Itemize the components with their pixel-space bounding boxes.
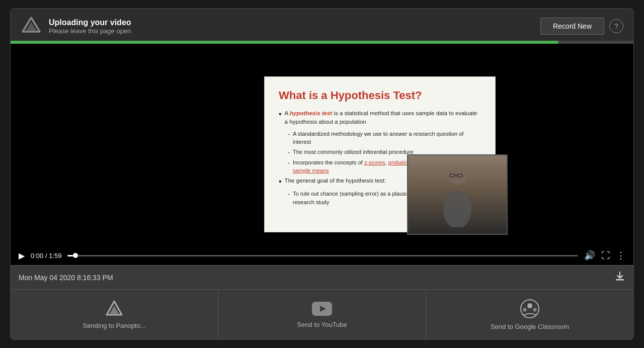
uploading-title: Uploading your video	[49, 18, 533, 27]
app-window: Uploading your video Please leave this p…	[10, 8, 634, 340]
video-container: What is a Hypothesis Test? • A hypothesi…	[11, 44, 633, 265]
google-classroom-label: Send to Google Classroom	[491, 323, 569, 330]
fullscreen-icon[interactable]: ⛶	[601, 250, 610, 261]
slide-bullet-2-text: The general goal of the hypothesis test:	[285, 177, 386, 187]
svg-point-13	[527, 303, 532, 308]
share-bar: Sending to Panopto... Send to YouTube Se…	[11, 289, 633, 339]
slide-sub-1: ‑ A standardized methodology we use to a…	[288, 130, 481, 146]
link-zscores: z-scores	[364, 159, 385, 165]
header-actions: Record New ?	[540, 18, 623, 35]
header: Uploading your video Please leave this p…	[11, 9, 633, 44]
svg-point-14	[523, 308, 527, 312]
svg-point-15	[533, 308, 537, 312]
webcam-overlay	[407, 154, 508, 235]
sub-bullet-dot-4: ‑	[288, 190, 290, 206]
webcam-person	[408, 155, 507, 234]
slide-bullet-main-1: • A hypothesis test is a statistical met…	[279, 109, 481, 127]
bullet-dot-1: •	[279, 109, 282, 127]
video-controls: ▶ 0:00 / 1:59 🔊 ⛶ ⋮	[11, 246, 633, 265]
time-display: 0:00 / 1:59	[31, 252, 61, 259]
youtube-label: Send to YouTube	[297, 321, 347, 328]
italic-hypothesis-test: hypothesis test	[290, 110, 332, 116]
header-text: Uploading your video Please leave this p…	[49, 18, 533, 35]
slide-sub-1-text: A standardized methodology we use to ans…	[293, 130, 481, 146]
panopto-label: Sending to Panopto...	[83, 322, 145, 329]
bullet-dot-2: •	[279, 177, 282, 187]
youtube-share-icon	[312, 301, 332, 317]
sub-bullet-dot-3: ‑	[288, 158, 290, 175]
volume-icon[interactable]: 🔊	[584, 250, 595, 261]
record-new-button[interactable]: Record New	[540, 18, 604, 35]
svg-point-3	[443, 191, 471, 227]
person-silhouette	[437, 162, 477, 227]
panopto-logo-icon	[21, 16, 42, 37]
share-item-youtube[interactable]: Send to YouTube	[218, 290, 426, 339]
download-button[interactable]	[614, 271, 625, 284]
video-progress-track[interactable]	[67, 255, 578, 256]
slide-bullet-1-text: A hypothesis test is a statistical metho…	[285, 109, 481, 127]
help-icon-button[interactable]: ?	[609, 19, 623, 33]
more-options-icon[interactable]: ⋮	[616, 250, 625, 261]
uploading-subtitle: Please leave this page open	[49, 27, 533, 35]
video-progress-handle[interactable]	[73, 253, 78, 258]
sub-bullet-dot-1: ‑	[288, 130, 290, 146]
slide-title: What is a Hypothesis Test?	[279, 89, 481, 102]
panopto-share-icon	[105, 300, 123, 318]
download-icon	[614, 271, 625, 282]
svg-rect-7	[616, 279, 624, 281]
play-button[interactable]: ▶	[19, 251, 25, 260]
video-progress-fill	[67, 255, 72, 256]
share-item-panopto[interactable]: Sending to Panopto...	[11, 290, 218, 339]
google-classroom-share-icon	[520, 299, 540, 319]
share-item-google-classroom[interactable]: Send to Google Classroom	[426, 290, 633, 339]
sub-bullet-dot-2: ‑	[288, 148, 290, 157]
slide-sub-2-text: The most commonly utilized inferential p…	[293, 148, 414, 157]
info-bar: Mon May 04 2020 8:16:33 PM	[11, 265, 633, 289]
timestamp: Mon May 04 2020 8:16:33 PM	[19, 274, 113, 282]
